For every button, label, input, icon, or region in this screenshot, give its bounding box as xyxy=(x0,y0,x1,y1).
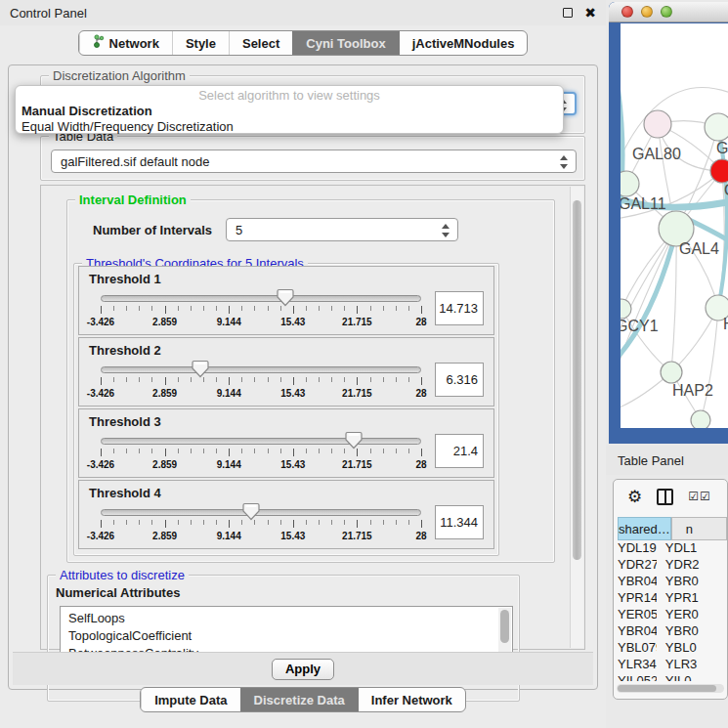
apply-button[interactable]: Apply xyxy=(272,659,334,680)
dropdown-option-manual[interactable]: Manual Discretization xyxy=(16,104,563,119)
cell-name: YBR0 xyxy=(657,623,727,640)
table-row[interactable]: YLR345W YLR3 xyxy=(618,657,727,673)
algorithm-section-title: Discretization Algorithm xyxy=(49,68,190,83)
attribute-list-item[interactable]: TopologicalCoefficient xyxy=(68,627,512,645)
threshold-slider[interactable]: -3.4262.8599.14415.4321.71528 xyxy=(101,288,421,333)
slider-track[interactable] xyxy=(101,509,421,516)
combo-stepper-icon xyxy=(442,223,450,238)
tab[interactable]: Network xyxy=(79,31,172,55)
cell-shared-name: YBL079W xyxy=(618,640,657,657)
gear-icon[interactable]: ⚙ xyxy=(627,489,642,505)
combo-stepper-icon xyxy=(560,154,569,170)
table-data-combobox[interactable]: galFiltered.sif default node xyxy=(51,150,577,173)
mac-zoom-icon[interactable] xyxy=(661,6,672,18)
numerical-attributes-label: Numerical Attributes xyxy=(56,585,519,600)
float-window-icon[interactable] xyxy=(563,8,573,18)
table-row[interactable]: YBR043C YBR0 xyxy=(618,574,727,590)
discretization-panel: Discretization Algorithm Select algorith… xyxy=(8,64,598,690)
bottom-tab[interactable]: Impute Data xyxy=(141,688,239,711)
cell-shared-name: YBR043C xyxy=(618,574,657,590)
table-panel-header: Table Panel xyxy=(606,446,728,475)
cell-shared-name: YPR145W xyxy=(618,590,657,607)
number-of-intervals-combobox[interactable]: 5 xyxy=(226,218,458,241)
cell-shared-name: YBR045C xyxy=(618,623,657,640)
threshold-box: Threshold 1 -3 xyxy=(78,266,494,335)
settings-vertical-scrollbar[interactable] xyxy=(570,187,583,648)
table-row[interactable]: YER054C YER0 xyxy=(618,607,727,623)
tab[interactable]: jActiveMNodules xyxy=(399,31,528,55)
attributes-section-title: Attributes to discretize xyxy=(56,568,189,582)
close-icon[interactable]: ✖ xyxy=(584,6,596,20)
network-window-titlebar xyxy=(609,2,728,22)
threshold-label: Threshold 3 xyxy=(89,414,484,429)
column-header-shared-name[interactable]: shared… xyxy=(618,517,671,540)
network-node[interactable] xyxy=(661,362,682,383)
threshold-value-field[interactable]: 21.4 xyxy=(435,434,484,468)
slider-thumb-icon[interactable] xyxy=(277,288,294,307)
network-node[interactable] xyxy=(691,410,710,428)
bottom-tab-label: Discretize Data xyxy=(254,693,345,707)
network-node-label: HAP2 xyxy=(672,382,713,399)
network-node-label: H xyxy=(723,316,728,332)
algorithm-dropdown-popup: Select algorithm to view settings Manual… xyxy=(15,85,564,134)
cell-name: YER0 xyxy=(657,607,727,623)
bottom-tabstrip: Impute Data Discretize Data Infer Networ… xyxy=(140,687,466,712)
table-body: YDL19… YDL1 YDR27… YDR2 YBR043C YBR0 xyxy=(618,540,727,681)
threshold-value-field[interactable]: 6.316 xyxy=(435,363,484,397)
slider-tick-labels: -3.4262.8599.14415.4321.71528 xyxy=(101,531,421,542)
dropdown-option-equal-width[interactable]: Equal Width/Frequency Discretization xyxy=(16,119,563,135)
split-columns-icon[interactable] xyxy=(657,489,673,505)
network-node-label: GCY1 xyxy=(621,318,659,334)
table-row[interactable]: YPR145W YPR1 xyxy=(618,590,727,607)
slider-thumb-icon[interactable] xyxy=(242,502,260,521)
column-header-name[interactable]: n xyxy=(671,517,727,540)
threshold-value-field[interactable]: 11.344 xyxy=(435,505,484,539)
tab[interactable]: Style xyxy=(172,31,229,55)
bottom-tab-label: Impute Data xyxy=(154,693,227,707)
table-row[interactable]: YBR045C YBR0 xyxy=(618,623,727,640)
slider-ticks xyxy=(101,449,421,457)
threshold-box: Threshold 4 -3 xyxy=(78,480,494,549)
panel-title: Control Panel xyxy=(10,6,563,21)
network-canvas[interactable]: GAL80GALCGAL11GAL4GCY1HHAP2 xyxy=(621,23,728,428)
slider-thumb-icon[interactable] xyxy=(345,431,363,450)
table-horizontal-scrollbar[interactable] xyxy=(617,684,724,693)
table-row[interactable]: YDR27… YDR2 xyxy=(618,557,727,574)
top-tabbar: Network Style Select Cyni Toolbox xyxy=(0,25,606,61)
table-row[interactable]: YDL19… YDL1 xyxy=(618,540,727,557)
table-data-selected: galFiltered.sif default node xyxy=(61,154,209,169)
slider-track[interactable] xyxy=(101,438,421,445)
network-icon xyxy=(93,34,105,52)
table-row[interactable]: YIL052C YIL0 xyxy=(618,673,727,681)
cell-name: YDL1 xyxy=(657,540,727,557)
mac-close-icon[interactable] xyxy=(621,6,633,18)
tab-label: Style xyxy=(186,36,216,51)
slider-track[interactable] xyxy=(101,366,421,373)
threshold-slider[interactable]: -3.4262.8599.14415.4321.71528 xyxy=(101,502,421,547)
bottom-tab[interactable]: Infer Network xyxy=(358,688,465,711)
network-node[interactable] xyxy=(621,299,631,319)
slider-thumb-icon[interactable] xyxy=(192,360,209,378)
slider-track[interactable] xyxy=(101,295,421,302)
network-node[interactable] xyxy=(644,110,671,138)
table-header-row: shared… n xyxy=(618,517,727,540)
threshold-slider[interactable]: -3.4262.8599.14415.4321.71528 xyxy=(101,431,421,476)
bottom-tabbar: Impute Data Discretize Data Infer Networ… xyxy=(0,687,606,712)
cell-shared-name: YLR345W xyxy=(618,657,657,673)
table-row[interactable]: YBL079W YBL0 xyxy=(618,640,727,657)
dropdown-hint: Select algorithm to view settings xyxy=(16,88,563,104)
checkboxes-icon[interactable]: ☑☑ xyxy=(688,490,711,503)
table-toolbar: ⚙ ☑☑ xyxy=(614,480,727,513)
network-node[interactable] xyxy=(710,159,728,183)
threshold-value-field[interactable]: 14.713 xyxy=(435,291,484,325)
mac-minimize-icon[interactable] xyxy=(641,6,653,18)
tab[interactable]: Select xyxy=(229,31,292,55)
network-node-label: GAL80 xyxy=(632,146,681,162)
network-node[interactable] xyxy=(705,113,728,141)
threshold-slider[interactable]: -3.4262.8599.14415.4321.71528 xyxy=(101,360,421,405)
threshold-label: Threshold 4 xyxy=(89,486,484,500)
interval-definition-title: Interval Definition xyxy=(75,193,191,207)
tab[interactable]: Cyni Toolbox xyxy=(292,31,398,55)
bottom-tab[interactable]: Discretize Data xyxy=(240,688,358,711)
attribute-list-item[interactable]: SelfLoops xyxy=(68,610,512,627)
